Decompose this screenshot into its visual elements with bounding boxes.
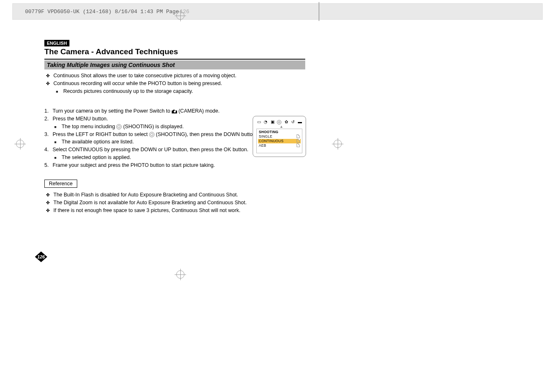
lcd-menu-illustration: ▭ ◔ ▣ ✿ ↺ ▬ ▲ SHOOTING SINGLE CONTINUOUS… [253,116,306,157]
lcd-metering-icon: ▣ [270,120,275,124]
single-shot-icon [297,134,300,138]
section-heading: Taking Multiple Images using Continuous … [44,60,305,69]
step-number: 1. [44,107,53,115]
reference-notes: The Built-In Flash is disabled for Auto … [46,191,305,214]
language-badge: ENGLISH [44,40,69,46]
bullet-icon [46,207,53,214]
header-divider [319,2,319,21]
step-number: 3. [44,131,53,138]
ref-line: If there is not enough free space to sav… [53,207,240,214]
lcd-pointer-icon: ▲ [260,125,302,128]
registration-mark-top [175,10,186,21]
step-text: Select CONTINUOUS by pressing the DOWN o… [53,146,248,154]
shooting-menu-icon [149,132,154,137]
lcd-reset-icon: ↺ [290,120,295,124]
step-number: 2. [44,115,53,123]
continuous-shot-icon [297,139,300,143]
step-text: Press the MENU button. [53,115,108,123]
registration-mark-bottom [175,269,186,280]
title-rule [44,59,305,60]
intro-line: Continuous Shot allows the user to take … [53,72,236,80]
lcd-quality-icon: ◔ [263,120,268,124]
lcd-option-selected: CONTINUOUS [259,139,283,143]
lcd-option: SINGLE [259,134,272,139]
subbullet-icon [54,139,62,147]
intro-bullets: Continuous Shot allows the user to take … [46,72,305,95]
lcd-effect-icon: ✿ [284,120,289,124]
intro-subline: Records pictures continuously up to the … [63,88,193,95]
ref-line: The Built-In Flash is disabled for Auto … [53,191,238,199]
page-title: The Camera - Advanced Techniques [44,47,305,56]
step-number: 4. [44,146,53,154]
step-text: Press the LEFT or RIGHT button to select… [53,131,257,138]
reference-label: Reference [44,180,77,188]
bullet-icon [46,80,53,88]
registration-mark-left [14,138,26,150]
camera-icon [172,109,177,113]
step-sub: The available options are listed. [62,138,134,146]
subbullet-icon [56,88,63,96]
lcd-card-icon: ▬ [297,120,302,124]
lcd-option: AEB [259,143,266,148]
print-header-strip: 00779F VPD6050-UK (124-168) 8/16/04 1:43… [12,3,543,20]
shooting-menu-icon [116,124,122,129]
ref-line: The Digital Zoom is not available for Au… [53,199,246,207]
lcd-shooting-icon [277,120,282,124]
registration-mark-right [332,138,343,150]
step-number: 5. [44,161,53,169]
bullet-icon [46,191,53,199]
bullet-icon [46,72,53,80]
lcd-heading: SHOOTING [258,130,301,134]
step-text: Turn your camera on by setting the Power… [53,107,219,115]
step-text: Frame your subject and press the PHOTO b… [53,161,215,169]
intro-line: Continuous recording will occur while th… [53,80,222,88]
aeb-icon [297,143,300,147]
subbullet-icon [54,154,62,162]
step-sub: The selected option is applied. [62,154,131,161]
lcd-size-icon: ▭ [256,120,261,124]
bullet-icon [46,199,53,207]
print-slug: 00779F VPD6050-UK (124-168) 8/16/04 1:43… [25,9,179,15]
subbullet-icon [54,124,62,131]
lcd-options-panel: SHOOTING SINGLE CONTINUOUS AEB [256,129,302,153]
page-number-badge: 126 [35,251,47,262]
lcd-icon-row: ▭ ◔ ▣ ✿ ↺ ▬ [256,119,302,125]
step-sub: The top menu including (SHOOTING) is dis… [62,123,184,131]
